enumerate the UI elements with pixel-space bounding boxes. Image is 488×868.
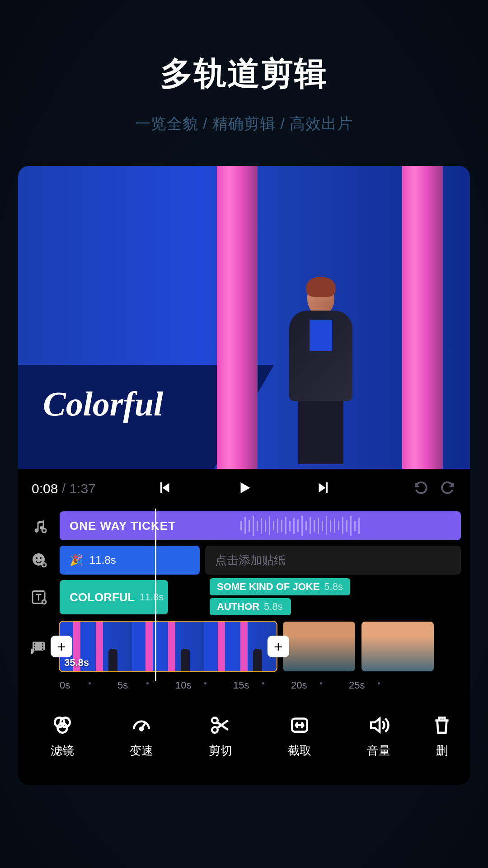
video-clip-2[interactable] <box>283 622 355 671</box>
sticker-track-row: 🎉 11.8s 点击添加贴纸 <box>18 543 470 577</box>
speed-icon <box>130 714 153 736</box>
audio-waveform <box>240 511 461 540</box>
text-clip-duration: 11.8s <box>139 591 164 603</box>
timeline-ruler[interactable]: 0s 5s 10s 15s 20s 25s <box>18 676 470 698</box>
svg-rect-9 <box>34 646 35 647</box>
add-clip-before[interactable]: + <box>51 636 72 657</box>
audio-track-row: ONE WAY TICKET <box>18 509 470 543</box>
ruler-mark: 0s <box>60 679 117 689</box>
svg-rect-10 <box>34 649 35 650</box>
sticker-duration: 11.8s <box>89 554 116 566</box>
speed-tool[interactable]: 变速 <box>105 714 178 759</box>
audio-clip[interactable]: ONE WAY TICKET <box>60 511 461 540</box>
svg-rect-8 <box>34 643 35 645</box>
speed-label: 变速 <box>130 743 153 759</box>
svg-rect-11 <box>42 643 43 645</box>
page-title: 多轨道剪辑 <box>160 52 328 95</box>
video-clip-3[interactable] <box>361 622 434 671</box>
volume-label: 音量 <box>367 743 390 759</box>
text-track-row: COLORFUL 11.8s SOME KIND OF JOKE 5.8s AU… <box>18 577 470 617</box>
svg-point-3 <box>40 557 42 559</box>
delete-label: 删 <box>436 743 448 759</box>
add-audio-icon[interactable] <box>27 518 52 534</box>
svg-rect-12 <box>42 646 43 647</box>
add-text-icon[interactable] <box>27 589 52 605</box>
filter-icon <box>51 714 74 736</box>
crop-icon <box>288 714 311 736</box>
cut-label: 剪切 <box>209 743 232 759</box>
time-display: 0:08 / 1:37 <box>32 481 96 496</box>
text-clip-main[interactable]: COLORFUL 11.8s <box>60 580 168 614</box>
add-sticker-icon[interactable] <box>27 552 52 568</box>
volume-icon <box>367 714 390 736</box>
crop-label: 截取 <box>288 743 311 759</box>
svg-point-19 <box>212 717 218 723</box>
cut-tool[interactable]: 剪切 <box>184 714 257 759</box>
add-clip-after[interactable]: + <box>267 636 289 657</box>
svg-point-20 <box>212 727 218 733</box>
playhead[interactable] <box>155 509 156 681</box>
video-clip-1-duration: 35.8s <box>64 657 89 669</box>
duration: 1:37 <box>69 481 95 496</box>
add-video-icon[interactable] <box>27 638 52 655</box>
video-clip-1[interactable]: 35.8s <box>60 622 277 671</box>
next-button[interactable] <box>315 480 332 498</box>
text-clip-label: COLORFUL <box>70 590 135 604</box>
sticker-emoji: 🎉 <box>70 554 83 566</box>
ruler-mark: 15s <box>233 679 291 689</box>
ruler-mark: 10s <box>175 679 233 689</box>
ruler-mark: 5s <box>117 679 175 689</box>
text-clip-sub1[interactable]: SOME KIND OF JOKE 5.8s <box>210 578 350 595</box>
filter-tool[interactable]: 滤镜 <box>26 714 99 759</box>
editor-panel: Colorful 0:08 / 1:37 <box>18 166 470 785</box>
crop-tool[interactable]: 截取 <box>263 714 336 759</box>
trash-icon <box>431 714 453 736</box>
delete-tool[interactable]: 删 <box>422 714 462 759</box>
undo-button[interactable] <box>412 480 430 498</box>
volume-tool[interactable]: 音量 <box>343 714 415 759</box>
ruler-mark: 25s <box>349 679 407 689</box>
filter-label: 滤镜 <box>51 743 74 759</box>
svg-point-2 <box>36 557 38 559</box>
text-clip-sub2[interactable]: AUTHOR 5.8s <box>210 598 291 615</box>
bottom-toolbar: 滤镜 变速 剪切 截取 音量 删 <box>18 698 470 785</box>
video-track-row: + 35.8s + <box>18 617 470 676</box>
redo-button[interactable] <box>438 480 456 498</box>
transport-bar: 0:08 / 1:37 <box>18 469 470 509</box>
current-time: 0:08 <box>32 481 58 496</box>
prev-button[interactable] <box>156 480 173 498</box>
svg-rect-13 <box>42 649 43 650</box>
sticker-clip[interactable]: 🎉 11.8s <box>60 546 200 575</box>
scissors-icon <box>209 714 232 736</box>
add-sticker-placeholder[interactable]: 点击添加贴纸 <box>205 546 461 575</box>
play-button[interactable] <box>236 480 252 498</box>
preview-text-overlay: Colorful <box>43 384 163 424</box>
svg-point-18 <box>140 727 142 730</box>
audio-clip-label: ONE WAY TICKET <box>70 519 176 533</box>
ruler-mark: 20s <box>291 679 349 689</box>
video-preview[interactable]: Colorful <box>18 166 470 469</box>
page-subtitle: 一览全貌 / 精确剪辑 / 高效出片 <box>135 113 353 134</box>
